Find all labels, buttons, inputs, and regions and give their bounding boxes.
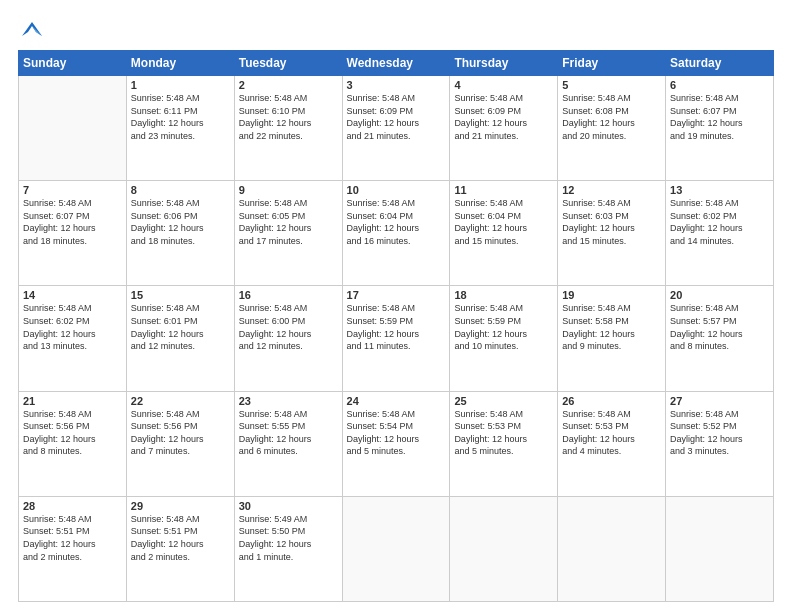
day-cell bbox=[558, 496, 666, 601]
day-info: Sunrise: 5:48 AM Sunset: 5:55 PM Dayligh… bbox=[239, 408, 338, 458]
day-cell: 5Sunrise: 5:48 AM Sunset: 6:08 PM Daylig… bbox=[558, 76, 666, 181]
day-header-saturday: Saturday bbox=[666, 51, 774, 76]
day-cell: 29Sunrise: 5:48 AM Sunset: 5:51 PM Dayli… bbox=[126, 496, 234, 601]
day-number: 3 bbox=[347, 79, 446, 91]
day-info: Sunrise: 5:48 AM Sunset: 5:51 PM Dayligh… bbox=[131, 513, 230, 563]
day-info: Sunrise: 5:48 AM Sunset: 5:59 PM Dayligh… bbox=[454, 302, 553, 352]
week-row-4: 21Sunrise: 5:48 AM Sunset: 5:56 PM Dayli… bbox=[19, 391, 774, 496]
day-cell: 21Sunrise: 5:48 AM Sunset: 5:56 PM Dayli… bbox=[19, 391, 127, 496]
day-number: 20 bbox=[670, 289, 769, 301]
day-cell: 6Sunrise: 5:48 AM Sunset: 6:07 PM Daylig… bbox=[666, 76, 774, 181]
day-info: Sunrise: 5:48 AM Sunset: 6:11 PM Dayligh… bbox=[131, 92, 230, 142]
day-number: 14 bbox=[23, 289, 122, 301]
day-info: Sunrise: 5:48 AM Sunset: 5:56 PM Dayligh… bbox=[23, 408, 122, 458]
day-info: Sunrise: 5:48 AM Sunset: 6:04 PM Dayligh… bbox=[347, 197, 446, 247]
day-number: 23 bbox=[239, 395, 338, 407]
day-number: 9 bbox=[239, 184, 338, 196]
day-number: 29 bbox=[131, 500, 230, 512]
day-info: Sunrise: 5:48 AM Sunset: 5:59 PM Dayligh… bbox=[347, 302, 446, 352]
day-cell: 11Sunrise: 5:48 AM Sunset: 6:04 PM Dayli… bbox=[450, 181, 558, 286]
page: SundayMondayTuesdayWednesdayThursdayFrid… bbox=[0, 0, 792, 612]
day-number: 27 bbox=[670, 395, 769, 407]
day-info: Sunrise: 5:48 AM Sunset: 6:02 PM Dayligh… bbox=[670, 197, 769, 247]
week-row-3: 14Sunrise: 5:48 AM Sunset: 6:02 PM Dayli… bbox=[19, 286, 774, 391]
day-number: 4 bbox=[454, 79, 553, 91]
day-info: Sunrise: 5:48 AM Sunset: 5:57 PM Dayligh… bbox=[670, 302, 769, 352]
day-info: Sunrise: 5:48 AM Sunset: 5:54 PM Dayligh… bbox=[347, 408, 446, 458]
day-number: 30 bbox=[239, 500, 338, 512]
day-number: 28 bbox=[23, 500, 122, 512]
day-cell: 25Sunrise: 5:48 AM Sunset: 5:53 PM Dayli… bbox=[450, 391, 558, 496]
day-cell: 30Sunrise: 5:49 AM Sunset: 5:50 PM Dayli… bbox=[234, 496, 342, 601]
day-cell: 19Sunrise: 5:48 AM Sunset: 5:58 PM Dayli… bbox=[558, 286, 666, 391]
day-header-friday: Friday bbox=[558, 51, 666, 76]
day-info: Sunrise: 5:48 AM Sunset: 6:00 PM Dayligh… bbox=[239, 302, 338, 352]
day-cell: 8Sunrise: 5:48 AM Sunset: 6:06 PM Daylig… bbox=[126, 181, 234, 286]
day-cell: 27Sunrise: 5:48 AM Sunset: 5:52 PM Dayli… bbox=[666, 391, 774, 496]
day-info: Sunrise: 5:48 AM Sunset: 5:53 PM Dayligh… bbox=[454, 408, 553, 458]
day-info: Sunrise: 5:48 AM Sunset: 6:06 PM Dayligh… bbox=[131, 197, 230, 247]
day-number: 1 bbox=[131, 79, 230, 91]
day-info: Sunrise: 5:48 AM Sunset: 6:08 PM Dayligh… bbox=[562, 92, 661, 142]
day-cell: 14Sunrise: 5:48 AM Sunset: 6:02 PM Dayli… bbox=[19, 286, 127, 391]
day-cell: 7Sunrise: 5:48 AM Sunset: 6:07 PM Daylig… bbox=[19, 181, 127, 286]
day-info: Sunrise: 5:48 AM Sunset: 6:03 PM Dayligh… bbox=[562, 197, 661, 247]
day-cell: 17Sunrise: 5:48 AM Sunset: 5:59 PM Dayli… bbox=[342, 286, 450, 391]
day-cell: 20Sunrise: 5:48 AM Sunset: 5:57 PM Dayli… bbox=[666, 286, 774, 391]
day-cell: 24Sunrise: 5:48 AM Sunset: 5:54 PM Dayli… bbox=[342, 391, 450, 496]
day-number: 12 bbox=[562, 184, 661, 196]
day-cell: 28Sunrise: 5:48 AM Sunset: 5:51 PM Dayli… bbox=[19, 496, 127, 601]
day-cell bbox=[19, 76, 127, 181]
day-cell: 3Sunrise: 5:48 AM Sunset: 6:09 PM Daylig… bbox=[342, 76, 450, 181]
day-cell: 9Sunrise: 5:48 AM Sunset: 6:05 PM Daylig… bbox=[234, 181, 342, 286]
week-row-2: 7Sunrise: 5:48 AM Sunset: 6:07 PM Daylig… bbox=[19, 181, 774, 286]
day-number: 2 bbox=[239, 79, 338, 91]
day-number: 19 bbox=[562, 289, 661, 301]
day-cell: 4Sunrise: 5:48 AM Sunset: 6:09 PM Daylig… bbox=[450, 76, 558, 181]
day-info: Sunrise: 5:48 AM Sunset: 6:05 PM Dayligh… bbox=[239, 197, 338, 247]
day-cell: 12Sunrise: 5:48 AM Sunset: 6:03 PM Dayli… bbox=[558, 181, 666, 286]
day-header-thursday: Thursday bbox=[450, 51, 558, 76]
day-number: 25 bbox=[454, 395, 553, 407]
day-info: Sunrise: 5:48 AM Sunset: 6:02 PM Dayligh… bbox=[23, 302, 122, 352]
logo-icon bbox=[18, 18, 46, 40]
day-cell bbox=[666, 496, 774, 601]
day-info: Sunrise: 5:48 AM Sunset: 6:01 PM Dayligh… bbox=[131, 302, 230, 352]
day-cell: 2Sunrise: 5:48 AM Sunset: 6:10 PM Daylig… bbox=[234, 76, 342, 181]
day-cell: 22Sunrise: 5:48 AM Sunset: 5:56 PM Dayli… bbox=[126, 391, 234, 496]
day-number: 5 bbox=[562, 79, 661, 91]
calendar-table: SundayMondayTuesdayWednesdayThursdayFrid… bbox=[18, 50, 774, 602]
day-info: Sunrise: 5:48 AM Sunset: 6:10 PM Dayligh… bbox=[239, 92, 338, 142]
day-cell: 15Sunrise: 5:48 AM Sunset: 6:01 PM Dayli… bbox=[126, 286, 234, 391]
week-row-1: 1Sunrise: 5:48 AM Sunset: 6:11 PM Daylig… bbox=[19, 76, 774, 181]
day-info: Sunrise: 5:48 AM Sunset: 6:07 PM Dayligh… bbox=[23, 197, 122, 247]
day-header-wednesday: Wednesday bbox=[342, 51, 450, 76]
day-number: 17 bbox=[347, 289, 446, 301]
day-cell: 18Sunrise: 5:48 AM Sunset: 5:59 PM Dayli… bbox=[450, 286, 558, 391]
logo bbox=[18, 18, 50, 40]
week-row-5: 28Sunrise: 5:48 AM Sunset: 5:51 PM Dayli… bbox=[19, 496, 774, 601]
day-number: 24 bbox=[347, 395, 446, 407]
svg-marker-1 bbox=[32, 26, 42, 36]
day-cell: 13Sunrise: 5:48 AM Sunset: 6:02 PM Dayli… bbox=[666, 181, 774, 286]
day-cell bbox=[450, 496, 558, 601]
day-header-monday: Monday bbox=[126, 51, 234, 76]
day-number: 11 bbox=[454, 184, 553, 196]
day-number: 16 bbox=[239, 289, 338, 301]
day-cell: 1Sunrise: 5:48 AM Sunset: 6:11 PM Daylig… bbox=[126, 76, 234, 181]
calendar-header-row: SundayMondayTuesdayWednesdayThursdayFrid… bbox=[19, 51, 774, 76]
day-cell: 23Sunrise: 5:48 AM Sunset: 5:55 PM Dayli… bbox=[234, 391, 342, 496]
day-info: Sunrise: 5:48 AM Sunset: 5:51 PM Dayligh… bbox=[23, 513, 122, 563]
day-cell: 26Sunrise: 5:48 AM Sunset: 5:53 PM Dayli… bbox=[558, 391, 666, 496]
day-info: Sunrise: 5:48 AM Sunset: 6:09 PM Dayligh… bbox=[347, 92, 446, 142]
day-header-sunday: Sunday bbox=[19, 51, 127, 76]
day-number: 22 bbox=[131, 395, 230, 407]
day-info: Sunrise: 5:48 AM Sunset: 5:56 PM Dayligh… bbox=[131, 408, 230, 458]
day-header-tuesday: Tuesday bbox=[234, 51, 342, 76]
day-info: Sunrise: 5:49 AM Sunset: 5:50 PM Dayligh… bbox=[239, 513, 338, 563]
day-info: Sunrise: 5:48 AM Sunset: 6:04 PM Dayligh… bbox=[454, 197, 553, 247]
day-info: Sunrise: 5:48 AM Sunset: 5:52 PM Dayligh… bbox=[670, 408, 769, 458]
day-number: 10 bbox=[347, 184, 446, 196]
day-cell: 10Sunrise: 5:48 AM Sunset: 6:04 PM Dayli… bbox=[342, 181, 450, 286]
day-info: Sunrise: 5:48 AM Sunset: 6:07 PM Dayligh… bbox=[670, 92, 769, 142]
